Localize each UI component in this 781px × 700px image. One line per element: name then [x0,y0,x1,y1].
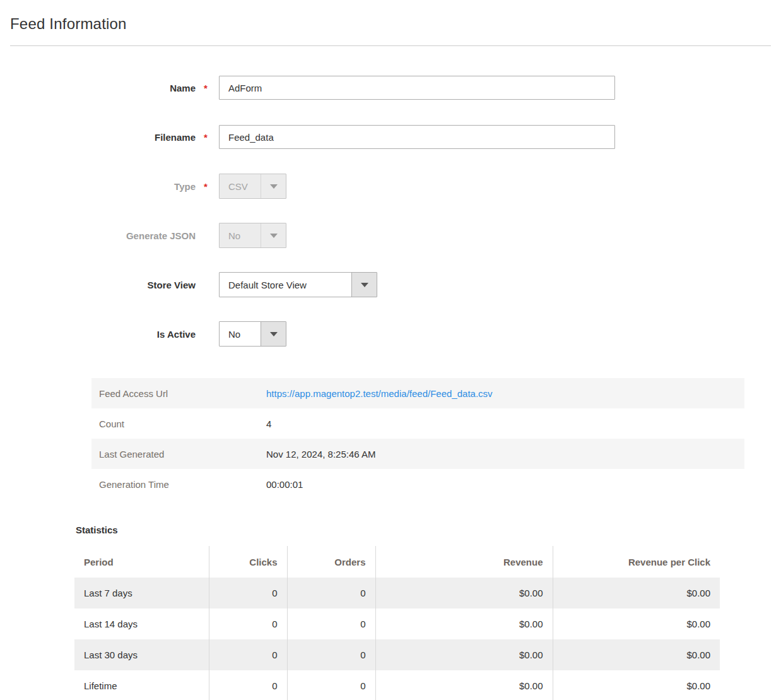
statistics-heading: Statistics [76,525,720,535]
clicks-cell: 0 [209,639,287,670]
info-row-generation-time: Generation Time 00:00:01 [91,469,744,499]
required-asterisk: * [196,83,219,93]
store-view-select-value: Default Store View [220,273,351,297]
orders-cell: 0 [287,578,375,608]
revenue-cell: $0.00 [375,608,553,639]
is-active-select-value: No [220,322,261,346]
period-cell: Last 30 days [74,639,209,670]
column-header-revenue: Revenue [375,546,553,578]
feed-information-page: Feed Information Name * Filename * Type … [0,15,781,700]
revenue-per-click-cell: $0.00 [553,608,720,639]
clicks-cell: 0 [209,578,287,608]
orders-cell: 0 [287,670,375,700]
count-label: Count [91,418,266,429]
generate-json-label: Generate JSON [0,230,196,241]
revenue-per-click-cell: $0.00 [553,670,720,700]
column-header-period: Period [74,546,209,578]
info-row-last-generated: Last Generated Nov 12, 2024, 8:25:46 AM [91,439,744,469]
clicks-cell: 0 [209,608,287,639]
required-asterisk: * [196,181,219,192]
form-row-filename: Filename * [0,124,781,150]
type-select-value: CSV [220,174,261,198]
feed-form: Name * Filename * Type * CSV Generate JS… [0,75,781,347]
revenue-per-click-cell: $0.00 [553,578,720,608]
table-header-row: Period Clicks Orders Revenue Revenue per… [74,546,720,578]
chevron-down-icon [261,174,286,198]
page-title: Feed Information [10,15,771,33]
store-view-select[interactable]: Default Store View [219,272,377,297]
form-row-is-active: Is Active No [0,321,781,347]
name-input[interactable] [219,76,615,100]
feed-url-link[interactable]: https://app.magentop2.test/media/feed/Fe… [266,388,493,399]
info-row-feed-access-url: Feed Access Url https://app.magentop2.te… [91,378,744,408]
feed-access-url-label: Feed Access Url [91,388,266,399]
orders-cell: 0 [287,639,375,670]
is-active-select[interactable]: No [219,321,286,347]
table-row: Last 14 days 0 0 $0.00 $0.00 [74,608,720,639]
feed-info-list: Feed Access Url https://app.magentop2.te… [91,378,744,499]
type-label: Type [0,181,196,192]
filename-input[interactable] [219,125,615,149]
chevron-down-icon [261,322,286,346]
chevron-down-icon [351,273,377,297]
column-header-orders: Orders [287,546,375,578]
table-row: Last 30 days 0 0 $0.00 $0.00 [74,639,720,670]
form-row-name: Name * [0,75,781,100]
info-row-count: Count 4 [91,408,744,439]
count-value: 4 [266,418,271,429]
title-divider [10,45,771,46]
statistics-section: Statistics Period Clicks Orders Revenue … [74,525,720,700]
generate-json-select-value: No [220,223,261,247]
statistics-table: Period Clicks Orders Revenue Revenue per… [74,546,720,700]
generation-time-label: Generation Time [91,479,266,490]
form-row-type: Type * CSV [0,174,781,199]
name-label: Name [0,83,196,93]
table-row: Last 7 days 0 0 $0.00 $0.00 [74,578,720,608]
revenue-cell: $0.00 [375,578,553,608]
form-row-generate-json: Generate JSON No [0,223,781,248]
orders-cell: 0 [287,608,375,639]
form-row-store-view: Store View Default Store View [0,272,781,297]
chevron-down-icon [261,223,286,247]
is-active-label: Is Active [0,329,196,340]
type-select: CSV [219,174,286,199]
revenue-per-click-cell: $0.00 [553,639,720,670]
period-cell: Last 14 days [74,608,209,639]
revenue-cell: $0.00 [375,639,553,670]
generation-time-value: 00:00:01 [266,479,303,490]
last-generated-value: Nov 12, 2024, 8:25:46 AM [266,449,375,460]
column-header-revenue-per-click: Revenue per Click [553,546,720,578]
last-generated-label: Last Generated [91,449,266,460]
column-header-clicks: Clicks [209,546,287,578]
revenue-cell: $0.00 [375,670,553,700]
generate-json-select: No [219,223,286,248]
period-cell: Last 7 days [74,578,209,608]
required-asterisk: * [196,132,219,143]
clicks-cell: 0 [209,670,287,700]
table-row: Lifetime 0 0 $0.00 $0.00 [74,670,720,700]
store-view-label: Store View [0,280,196,290]
period-cell: Lifetime [74,670,209,700]
filename-label: Filename [0,132,196,143]
